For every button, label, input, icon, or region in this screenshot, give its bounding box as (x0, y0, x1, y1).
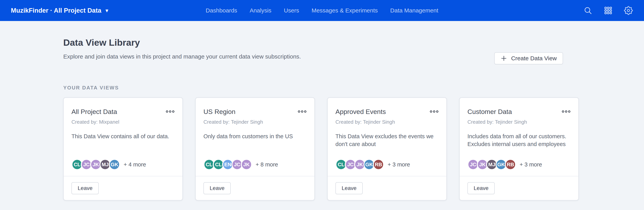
leave-button[interactable]: Leave (336, 182, 363, 194)
search-icon[interactable] (583, 6, 592, 15)
card-description: This Data View contains all of our data. (72, 132, 175, 159)
create-data-view-button[interactable]: Create Data View (494, 52, 563, 64)
ellipsis-menu-icon[interactable] (562, 109, 570, 115)
avatar: GK (109, 159, 120, 170)
avatar: JK (241, 159, 252, 170)
card-created-by: Created by: Mixpanel (72, 119, 175, 125)
leave-button[interactable]: Leave (204, 182, 231, 194)
ellipsis-menu-icon[interactable] (430, 109, 438, 115)
card-created-by: Created by: Tejinder Singh (204, 119, 306, 125)
avatar: RB (505, 159, 516, 170)
gear-icon[interactable] (624, 6, 633, 15)
avatar: RB (373, 159, 384, 170)
leave-button[interactable]: Leave (468, 182, 495, 194)
avatar-row: CL JC JK MJ GK + 4 more (72, 159, 175, 170)
brand-label: MuzikFinder · All Project Data (11, 7, 102, 14)
data-view-card-us-region: US Region Created by: Tejinder Singh Onl… (195, 97, 315, 201)
card-description: Includes data from all of our customers.… (468, 132, 570, 159)
card-description: Only data from customers in the US (204, 132, 306, 159)
nav-item-messages-experiments[interactable]: Messages & Experiments (312, 7, 378, 14)
nav-actions (583, 6, 633, 15)
apps-grid-icon[interactable] (604, 6, 613, 15)
ellipsis-menu-icon[interactable] (166, 109, 175, 115)
nav-item-analysis[interactable]: Analysis (250, 7, 272, 14)
data-view-card-approved-events: Approved Events Created by: Tejinder Sin… (327, 97, 447, 201)
avatar-more-label: + 8 more (256, 161, 278, 168)
avatar-more-label: + 4 more (124, 161, 146, 168)
data-view-card-customer-data: Customer Data Created by: Tejinder Singh… (459, 97, 579, 201)
plus-icon (500, 55, 507, 62)
nav-item-data-management[interactable]: Data Management (390, 7, 438, 14)
chevron-down-icon: ▾ (106, 7, 108, 14)
card-created-by: Created by: Tejinder Singh (336, 119, 438, 125)
project-switcher[interactable]: MuzikFinder · All Project Data ▾ (11, 7, 108, 14)
main-nav: Dashboards Analysis Users Messages & Exp… (206, 0, 438, 21)
avatar-more-label: + 3 more (520, 161, 542, 168)
top-nav-bar: MuzikFinder · All Project Data ▾ Dashboa… (0, 0, 644, 21)
page-title: Data View Library (63, 37, 580, 48)
data-view-card-all-project-data: All Project Data Created by: Mixpanel Th… (63, 97, 183, 201)
leave-button[interactable]: Leave (72, 182, 99, 194)
main-content: Data View Library Explore and join data … (0, 37, 644, 201)
create-data-view-label: Create Data View (511, 55, 557, 62)
nav-item-users[interactable]: Users (284, 7, 299, 14)
avatar-more-label: + 3 more (388, 161, 410, 168)
avatar-row: JC JK MJ GK RB + 3 more (468, 159, 570, 170)
card-title: All Project Data (72, 108, 117, 116)
ellipsis-menu-icon[interactable] (298, 109, 306, 115)
card-created-by: Created by: Tejinder Singh (468, 119, 570, 125)
avatar-row: CL CL EN JC JK + 8 more (204, 159, 306, 170)
card-title: US Region (204, 108, 235, 116)
page-header: Data View Library Explore and join data … (63, 37, 580, 60)
card-title: Approved Events (336, 108, 386, 116)
section-label-your-data-views: YOUR DATA VIEWS (63, 85, 580, 91)
card-description: This Data View excludes the events we do… (336, 132, 438, 159)
avatar-row: CL JC JK GK RB + 3 more (336, 159, 438, 170)
data-view-card-list: All Project Data Created by: Mixpanel Th… (63, 97, 580, 201)
card-title: Customer Data (468, 108, 512, 116)
nav-item-dashboards[interactable]: Dashboards (206, 7, 237, 14)
